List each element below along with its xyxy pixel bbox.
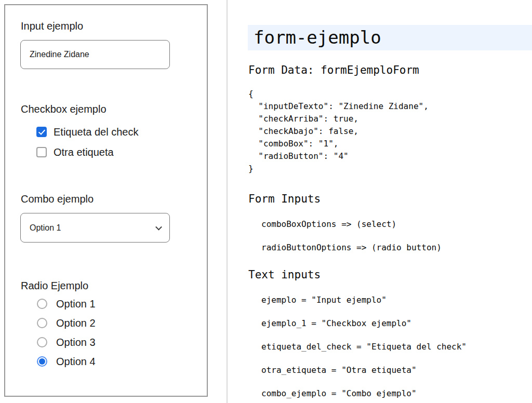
radio-label: Option 4 (56, 356, 96, 368)
form-data-json: { "inputDeTexto": "Zinedine Zidane", "ch… (248, 88, 532, 175)
form-input-item: comboBoxOptions => (select) (261, 218, 532, 231)
text-input[interactable] (20, 40, 170, 69)
checkbox-input[interactable] (36, 127, 47, 137)
combo-label: Combo ejemplo (21, 193, 94, 205)
text-input-item: ejemplo_1 = "Checkbox ejemplo" (261, 317, 532, 330)
checkbox-row-etiqueta-del-check[interactable]: Etiqueta del check (36, 125, 138, 139)
page-title: form-ejemplo (248, 25, 532, 50)
text-inputs-heading: Text inputs (248, 268, 532, 281)
radio-row-option-4[interactable]: Option 4 (37, 354, 96, 369)
form-input-item: radioButtonOptions => (radio button) (261, 241, 532, 254)
combo-select[interactable]: Option 1 (20, 213, 170, 243)
text-input-item: etiqueta_del_check = "Etiqueta del check… (261, 341, 532, 353)
radio-label: Option 2 (56, 317, 96, 329)
checkbox-row-otra-etiqueta[interactable]: Otra etiqueta (36, 145, 114, 159)
checkbox-label: Etiqueta del check (54, 126, 138, 138)
radio-label: Option 3 (56, 337, 96, 348)
form-inputs-heading: Form Inputs (248, 193, 532, 206)
radio-row-option-1[interactable]: Option 1 (37, 297, 96, 311)
radio-input[interactable] (37, 318, 47, 328)
form-data-heading: Form Data: formEjemploForm (248, 64, 532, 77)
radio-row-option-3[interactable]: Option 3 (37, 335, 96, 350)
checkbox-group-label: Checkbox ejemplo (21, 103, 107, 115)
checkbox-input[interactable] (36, 147, 47, 157)
radio-input[interactable] (37, 299, 47, 309)
text-input-item: otra_etiqueta = "Otra etiqueta" (261, 364, 532, 377)
radio-input[interactable] (37, 356, 47, 367)
radio-group-label: Radio Ejemplo (21, 279, 88, 292)
form-example-panel: Input ejemplo Checkbox ejemplo Etiqueta … (4, 4, 208, 397)
radio-input[interactable] (37, 337, 47, 347)
radio-row-option-2[interactable]: Option 2 (37, 316, 96, 330)
panel-divider (227, 0, 228, 403)
checkbox-label: Otra etiqueta (54, 146, 114, 158)
component-docs-panel: form-ejemplo Form Data: formEjemploForm … (248, 0, 532, 403)
text-input-item: combo_ejemplo = "Combo ejemplo" (261, 387, 532, 400)
combo-select-wrapper: Option 1 (20, 213, 170, 243)
text-input-label: Input ejemplo (21, 20, 83, 32)
text-input-item: ejemplo = "Input ejemplo" (261, 294, 532, 306)
radio-label: Option 1 (56, 298, 96, 310)
